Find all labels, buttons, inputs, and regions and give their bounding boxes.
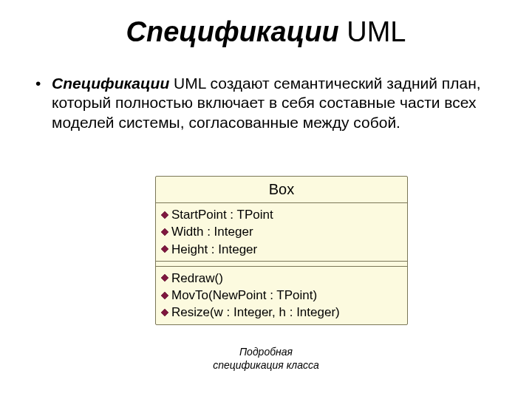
attributes-section: StartPoint : TPoint Width : Integer Heig… xyxy=(156,202,407,261)
operation-label: Redraw() xyxy=(171,270,403,286)
svg-marker-1 xyxy=(161,228,168,236)
attribute-row: Width : Integer xyxy=(160,223,403,240)
bullet-item: Спецификации UML создают семантический з… xyxy=(33,74,505,132)
slide-title: Спецификации UML xyxy=(0,16,532,48)
title-emphasis: Спецификации xyxy=(126,16,338,47)
svg-marker-3 xyxy=(161,274,168,282)
diamond-icon xyxy=(160,245,169,253)
operation-row: Resize(w : Integer, h : Integer) xyxy=(160,304,403,321)
svg-marker-4 xyxy=(161,292,168,299)
diamond-icon xyxy=(160,291,169,300)
svg-marker-2 xyxy=(161,245,168,253)
class-name: Box xyxy=(269,181,294,197)
svg-marker-0 xyxy=(161,211,168,219)
caption-line2: спецификация класса xyxy=(213,359,318,371)
operation-label: MovTo(NewPoint : TPoint) xyxy=(171,287,403,303)
operation-label: Resize(w : Integer, h : Integer) xyxy=(171,304,403,320)
attribute-label: StartPoint : TPoint xyxy=(171,207,403,222)
diamond-icon xyxy=(160,273,169,282)
operations-pad xyxy=(156,261,407,266)
svg-marker-5 xyxy=(161,309,168,316)
attribute-row: StartPoint : TPoint xyxy=(160,206,403,223)
slide: Спецификации UML Спецификации UML создаю… xyxy=(0,0,532,399)
bullet-list: Спецификации UML создают семантический з… xyxy=(33,74,505,132)
diamond-icon xyxy=(160,308,169,317)
body-text: Спецификации UML создают семантический з… xyxy=(33,74,505,132)
caption-line1: Подробная xyxy=(239,346,293,358)
operation-row: MovTo(NewPoint : TPoint) xyxy=(160,287,403,304)
attribute-label: Width : Integer xyxy=(171,224,403,239)
diamond-icon xyxy=(160,228,169,236)
diamond-icon xyxy=(160,211,169,219)
operations-section: Redraw() MovTo(NewPoint : TPoint) Resize… xyxy=(156,266,407,324)
attribute-label: Height : Integer xyxy=(171,242,403,257)
attribute-row: Height : Integer xyxy=(160,241,403,258)
title-rest: UML xyxy=(339,16,406,47)
class-name-section: Box xyxy=(156,177,407,202)
operation-row: Redraw() xyxy=(160,270,403,287)
bullet-lead: Спецификации xyxy=(52,75,169,92)
uml-class-box: Box StartPoint : TPoint Width : Integer … xyxy=(155,176,408,325)
caption: Подробная спецификация класса xyxy=(0,346,532,372)
